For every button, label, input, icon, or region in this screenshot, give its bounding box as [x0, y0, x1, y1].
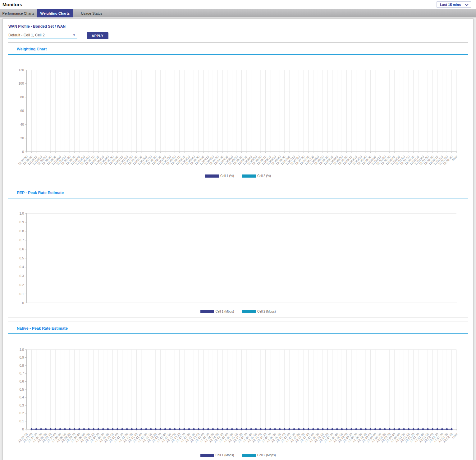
pep-peak-rate-title: PEP - Peak Rate Estimate: [8, 186, 468, 198]
tab-performance-charts[interactable]: Performance Charts: [0, 9, 37, 17]
svg-text:100: 100: [18, 81, 24, 85]
page-title: Monitors: [2, 2, 22, 7]
svg-text:Now: Now: [451, 155, 458, 161]
weighting-chart-title: Weighting Chart: [8, 43, 468, 54]
wan-profile-section: WAN Profile - Bonded Set / WAN Default -…: [3, 19, 473, 42]
weighting-chart-panel: Weighting Chart 12010080604020012:37:501…: [8, 42, 468, 182]
weighting-chart-canvas: 12010080604020012:37:5012:38:0012:38:101…: [9, 62, 469, 170]
legend-item: Cell 1 (Mbps): [200, 453, 234, 457]
pep-peak-rate-legend: Cell 1 (Mbps)Cell 2 (Mbps): [8, 309, 468, 318]
svg-text:0.9: 0.9: [19, 220, 24, 224]
svg-text:0.6: 0.6: [19, 247, 24, 251]
legend-label: Cell 2 (Mbps): [257, 310, 276, 313]
svg-text:20: 20: [20, 136, 24, 140]
svg-text:0.1: 0.1: [19, 292, 24, 296]
svg-text:0.4: 0.4: [19, 265, 24, 269]
svg-text:40: 40: [20, 123, 24, 126]
svg-text:0.6: 0.6: [19, 379, 24, 383]
svg-text:0.8: 0.8: [19, 364, 24, 367]
legend-swatch-icon: [242, 310, 256, 313]
wan-profile-label: WAN Profile - Bonded Set / WAN: [8, 24, 473, 29]
svg-text:0: 0: [22, 150, 24, 154]
legend-swatch-icon: [242, 174, 256, 178]
apply-button[interactable]: APPLY: [87, 32, 108, 39]
svg-text:0.4: 0.4: [19, 395, 24, 399]
legend-swatch-icon: [200, 454, 214, 457]
svg-text:0.7: 0.7: [19, 371, 24, 375]
tab-usage-status[interactable]: Usage Status: [73, 9, 110, 17]
dropdown-caret-icon: ▼: [73, 34, 76, 37]
svg-text:0.1: 0.1: [19, 419, 24, 423]
svg-text:0.3: 0.3: [19, 274, 24, 278]
native-peak-rate-panel: Native - Peak Rate Estimate 1.00.90.80.7…: [8, 322, 468, 460]
svg-text:Now: Now: [451, 432, 458, 439]
legend-label: Cell 1 (Mbps): [216, 310, 234, 313]
native-peak-rate-legend: Cell 1 (Mbps)Cell 2 (Mbps): [8, 453, 468, 460]
time-range-value: Last 15 mins: [440, 3, 461, 7]
main-content-panel: WAN Profile - Bonded Set / WAN Default -…: [2, 18, 474, 460]
svg-text:0.5: 0.5: [19, 256, 24, 260]
native-peak-rate-canvas: 1.00.90.80.70.60.50.40.30.20.1012:37:501…: [9, 342, 469, 450]
legend-item: Cell 2 (Mbps): [242, 453, 276, 457]
svg-text:1.0: 1.0: [19, 348, 24, 351]
legend-item: Cell 1 (Mbps): [200, 310, 234, 313]
native-peak-rate-title: Native - Peak Rate Estimate: [8, 322, 468, 333]
chevron-down-icon: [465, 2, 469, 6]
svg-text:0.8: 0.8: [19, 229, 24, 233]
legend-item: Cell 2 (%): [242, 174, 271, 178]
svg-text:0: 0: [22, 427, 24, 431]
wan-profile-selected-value: Default - Cell 1, Cell 2: [8, 33, 45, 37]
legend-label: Cell 1 (Mbps): [216, 453, 234, 457]
pep-peak-rate-panel: PEP - Peak Rate Estimate 1.00.90.80.70.6…: [8, 186, 468, 318]
legend-item: Cell 1 (%): [205, 174, 234, 178]
app-header: Monitors Last 15 mins: [0, 0, 476, 9]
time-range-dropdown[interactable]: Last 15 mins: [437, 1, 471, 8]
svg-text:0: 0: [22, 301, 24, 305]
svg-text:0.7: 0.7: [19, 238, 24, 242]
legend-label: Cell 2 (%): [257, 174, 271, 178]
weighting-chart-legend: Cell 1 (%)Cell 2 (%): [8, 174, 468, 182]
svg-text:0.2: 0.2: [19, 283, 24, 287]
svg-text:80: 80: [20, 95, 24, 99]
svg-text:0.2: 0.2: [19, 411, 24, 415]
svg-text:0.9: 0.9: [19, 355, 24, 359]
tab-bar: Performance Charts Weighting Charts Usag…: [0, 9, 476, 17]
legend-swatch-icon: [242, 454, 256, 457]
legend-label: Cell 2 (Mbps): [257, 453, 276, 457]
svg-text:0.3: 0.3: [19, 403, 24, 407]
wan-profile-dropdown[interactable]: Default - Cell 1, Cell 2 ▼: [8, 32, 77, 39]
svg-text:0.5: 0.5: [19, 388, 24, 391]
pep-peak-rate-canvas: 1.00.90.80.70.60.50.40.30.20.10: [9, 206, 469, 306]
legend-label: Cell 1 (%): [220, 174, 234, 178]
svg-text:1.0: 1.0: [19, 211, 24, 215]
legend-swatch-icon: [205, 174, 219, 178]
legend-item: Cell 2 (Mbps): [242, 310, 276, 313]
svg-text:120: 120: [18, 68, 24, 72]
legend-swatch-icon: [200, 310, 214, 313]
svg-text:60: 60: [20, 109, 24, 113]
tab-weighting-charts[interactable]: Weighting Charts: [37, 9, 73, 17]
